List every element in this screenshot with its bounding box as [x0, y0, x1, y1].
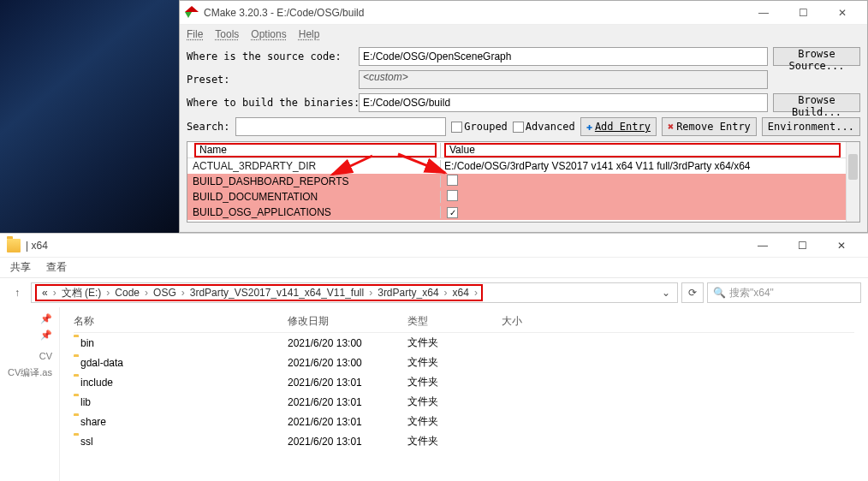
- maximize-button[interactable]: ☐: [782, 234, 822, 258]
- table-row[interactable]: BUILD_DASHBOARD_REPORTS: [187, 174, 846, 189]
- col-name[interactable]: 名称: [74, 314, 288, 329]
- list-item[interactable]: share2021/6/20 13:01文件夹: [74, 412, 854, 431]
- sidebar-pin-item[interactable]: 📌: [2, 311, 57, 327]
- cmake-title: CMake 3.20.3 - E:/Code/OSG/build: [204, 7, 744, 19]
- build-input[interactable]: [359, 93, 768, 112]
- sidebar-item[interactable]: CV: [2, 348, 57, 364]
- explorer-titlebar[interactable]: | x64 — ☐ ✕: [0, 234, 868, 258]
- chevron-right-icon: ›: [104, 287, 111, 299]
- desktop-background: [0, 0, 179, 233]
- table-row[interactable]: BUILD_DOCUMENTATION: [187, 189, 846, 205]
- preset-select[interactable]: <custom>: [359, 70, 768, 89]
- cmake-window: CMake 3.20.3 - E:/Code/OSG/build — ☐ ✕ F…: [179, 0, 868, 233]
- menu-options[interactable]: Options: [251, 28, 286, 40]
- col-date[interactable]: 修改日期: [288, 314, 407, 329]
- close-button[interactable]: ✕: [823, 1, 862, 25]
- minimize-button[interactable]: —: [743, 234, 782, 258]
- list-header: 名称 修改日期 类型 大小: [74, 311, 854, 333]
- breadcrumb-segment[interactable]: OSG: [150, 287, 180, 299]
- breadcrumb-segment[interactable]: «: [39, 287, 51, 299]
- remove-entry-button[interactable]: ✖Remove Entry: [662, 117, 757, 136]
- list-item[interactable]: gdal-data2021/6/20 13:00文件夹: [74, 353, 854, 372]
- menu-tools[interactable]: Tools: [215, 28, 239, 40]
- cmake-menubar: File Tools Options Help: [180, 25, 867, 44]
- checkbox[interactable]: ✓: [447, 207, 458, 218]
- explorer-search-input[interactable]: 🔍 搜索"x64": [707, 282, 861, 303]
- checkbox[interactable]: [447, 190, 458, 201]
- search-input[interactable]: [235, 117, 447, 136]
- table-row[interactable]: BUILD_OSG_APPLICATIONS✓: [187, 205, 846, 220]
- folder-icon: [7, 239, 21, 252]
- browse-build-button[interactable]: Browse Build...: [773, 93, 860, 112]
- breadcrumb-segment[interactable]: Code: [111, 287, 143, 299]
- chevron-right-icon: ›: [367, 287, 374, 299]
- browse-source-button[interactable]: Browse Source...: [773, 47, 860, 66]
- list-item[interactable]: lib2021/6/20 13:01文件夹: [74, 392, 854, 412]
- preset-label: Preset:: [187, 74, 354, 86]
- cache-entry-value[interactable]: E:/Code/OSG/3rdParty VS2017 v141 x64 V11…: [441, 160, 846, 172]
- name-header[interactable]: Name: [194, 143, 437, 157]
- breadcrumb-segment[interactable]: 文档 (E:): [58, 286, 105, 300]
- tab-share[interactable]: 共享: [10, 260, 31, 275]
- list-item[interactable]: include2021/6/20 13:01文件夹: [74, 372, 854, 392]
- x-icon: ✖: [668, 121, 674, 133]
- chevron-right-icon: ›: [180, 287, 187, 299]
- explorer-window: | x64 — ☐ ✕ 共享 查看 ↑ «›文档 (E:)›Code›OSG›3…: [0, 233, 868, 481]
- breadcrumb-segment[interactable]: x64: [449, 287, 473, 299]
- advanced-checkbox[interactable]: Advanced: [513, 121, 575, 133]
- source-input[interactable]: [359, 47, 768, 66]
- chevron-right-icon: ›: [51, 287, 58, 299]
- cache-entry-value[interactable]: ✓: [441, 206, 846, 218]
- address-dropdown-icon[interactable]: ⌄: [658, 287, 674, 299]
- maximize-button[interactable]: ☐: [783, 1, 823, 25]
- breadcrumb-segment[interactable]: 3rdParty_x64: [374, 287, 442, 299]
- cmake-titlebar[interactable]: CMake 3.20.3 - E:/Code/OSG/build — ☐ ✕: [180, 1, 867, 25]
- col-size[interactable]: 大小: [502, 314, 570, 329]
- cmake-logo-icon: [185, 6, 199, 20]
- cache-entry-name: BUILD_OSG_APPLICATIONS: [187, 206, 441, 218]
- menu-help[interactable]: Help: [299, 28, 320, 40]
- refresh-button[interactable]: ⟳: [681, 282, 704, 303]
- sidebar-item[interactable]: CV编译.as: [2, 364, 57, 382]
- value-header[interactable]: Value: [444, 143, 841, 157]
- scrollbar[interactable]: [846, 142, 859, 222]
- explorer-title: x64: [31, 240, 47, 252]
- search-label: Search:: [187, 121, 230, 133]
- chevron-right-icon: ›: [143, 287, 150, 299]
- col-type[interactable]: 类型: [407, 314, 502, 329]
- list-item[interactable]: ssl2021/6/20 13:01文件夹: [74, 431, 854, 451]
- source-label: Where is the source code:: [187, 50, 354, 62]
- cache-entry-name: ACTUAL_3RDPARTY_DIR: [187, 160, 441, 172]
- explorer-sidebar: 📌 📌 CV CV编译.as: [0, 307, 60, 481]
- search-icon: 🔍: [713, 287, 726, 299]
- address-bar[interactable]: «›文档 (E:)›Code›OSG›3rdParty_VS2017_v141_…: [31, 282, 678, 303]
- build-label: Where to build the binaries:: [187, 97, 354, 109]
- sidebar-pin-item[interactable]: 📌: [2, 327, 57, 343]
- plus-icon: ✚: [586, 121, 592, 133]
- cmake-cache-table: Name Value ACTUAL_3RDPARTY_DIRE:/Code/OS…: [187, 141, 860, 223]
- explorer-ribbon-tabs: 共享 查看: [0, 258, 868, 278]
- close-button[interactable]: ✕: [822, 234, 861, 258]
- tab-view[interactable]: 查看: [46, 260, 67, 275]
- breadcrumb-segment[interactable]: 3rdParty_VS2017_v141_x64_V11_full: [187, 287, 367, 299]
- checkbox[interactable]: [447, 175, 458, 186]
- cache-entry-name: BUILD_DOCUMENTATION: [187, 191, 441, 203]
- minimize-button[interactable]: —: [744, 1, 783, 25]
- list-item[interactable]: bin2021/6/20 13:00文件夹: [74, 333, 854, 353]
- chevron-right-icon: ›: [473, 287, 479, 299]
- cache-entry-value[interactable]: [441, 175, 846, 188]
- grouped-checkbox[interactable]: Grouped: [451, 121, 508, 133]
- menu-file[interactable]: File: [187, 28, 203, 40]
- table-row[interactable]: ACTUAL_3RDPARTY_DIRE:/Code/OSG/3rdParty …: [187, 158, 846, 174]
- environment-button[interactable]: Environment...: [762, 117, 860, 136]
- cache-entry-name: BUILD_DASHBOARD_REPORTS: [187, 175, 441, 187]
- cache-entry-value[interactable]: [441, 190, 846, 204]
- add-entry-button[interactable]: ✚Add Entry: [580, 117, 657, 136]
- up-button[interactable]: ↑: [7, 282, 27, 303]
- chevron-right-icon: ›: [443, 287, 449, 299]
